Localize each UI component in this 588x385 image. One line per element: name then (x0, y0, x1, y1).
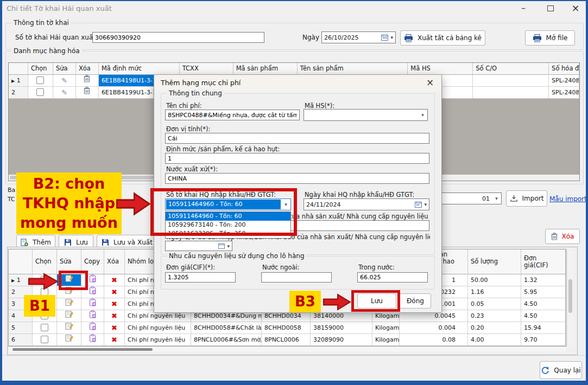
origin-input[interactable] (165, 173, 429, 184)
quantity-cell[interactable]: 0.23 (468, 310, 521, 322)
delete-cell[interactable]: ✖ (104, 322, 125, 334)
import-button[interactable]: Import (506, 190, 547, 207)
copy-icon[interactable] (89, 322, 96, 330)
norm-cell[interactable]: 0.08 (400, 334, 468, 346)
cost-code-cell[interactable]: 8PNCL0006 (262, 334, 311, 346)
invoice-number-cell[interactable]: SPL-2408 (549, 75, 579, 87)
copy-cell[interactable] (81, 322, 104, 334)
co-date-picker[interactable]: ▾ (165, 241, 232, 251)
co-number-cell[interactable] (473, 75, 549, 87)
cost-name-cell[interactable]: 8CHHD0058#&Chất là... (191, 322, 262, 334)
trash-icon[interactable] (84, 75, 90, 82)
co-number-cell[interactable] (473, 87, 549, 99)
back-button[interactable]: Quay lại (540, 361, 582, 379)
row-checkbox[interactable] (41, 324, 48, 331)
cost-table-row[interactable]: 6✖Chi phí nguyên liệu8PNCL0006#&Sơn mờ/.… (9, 334, 566, 346)
cif-price-cell[interactable]: 4.50 (521, 298, 566, 310)
dialog-close-icon[interactable]: × (424, 77, 436, 88)
edit-cell[interactable] (57, 334, 81, 346)
cost-table-row[interactable]: 5✖Chi phí nguyên liệu8CHHD0058#&Chất là.… (9, 322, 566, 334)
quantity-cell[interactable]: 1.16 (468, 286, 521, 298)
norm-input[interactable] (165, 153, 429, 164)
maximize-icon[interactable] (543, 2, 558, 14)
cif-price-cell[interactable]: 5.95 (521, 286, 566, 298)
export-all-button[interactable]: Xuất tất cả bảng kê (400, 30, 485, 46)
cif-price-cell[interactable]: 15.94 (521, 322, 566, 334)
copy-icon[interactable] (89, 334, 96, 342)
hs-code-cell[interactable]: 32089090 (311, 334, 372, 346)
delete-x-icon[interactable]: ✖ (111, 336, 117, 344)
close-icon[interactable]: × (568, 2, 583, 14)
edit-pencil-icon[interactable]: ✎ (61, 88, 67, 97)
declaration-date-picker[interactable]: 26/10/2025 ▾ (321, 31, 396, 43)
delete-cell[interactable]: ✖ (104, 334, 125, 346)
delete-x-icon[interactable]: ✖ (111, 312, 117, 320)
copy-cell[interactable] (81, 310, 104, 322)
open-file-button[interactable]: Mở file (525, 30, 575, 46)
quantity-cell[interactable]: 50.00 (468, 274, 521, 286)
invoice-number-cell[interactable]: SPL-2408 (549, 87, 579, 99)
minimize-icon[interactable]: – (516, 2, 531, 14)
foreign-input[interactable] (261, 272, 332, 283)
select-cell[interactable] (33, 334, 57, 346)
declaration-no-input[interactable] (92, 32, 264, 43)
trash-icon[interactable] (84, 87, 90, 94)
domestic-input[interactable] (357, 272, 428, 283)
cost-group-cell[interactable]: Chi phí nguyên liệu (125, 322, 191, 334)
delete-x-icon[interactable]: ✖ (111, 288, 117, 296)
dialog-close-button[interactable]: Đóng (400, 293, 431, 309)
select-cell[interactable] (28, 75, 53, 87)
delete-cell[interactable]: ✖ (104, 298, 125, 310)
hs-code-combo[interactable]: ▾ (304, 109, 428, 121)
delete-cell[interactable] (76, 87, 99, 99)
delete-button[interactable]: Xóa (545, 229, 580, 244)
hs-code-cell[interactable]: 38159000 (311, 322, 372, 334)
quantity-cell[interactable]: 4.00 (468, 334, 521, 346)
edit-cell[interactable] (57, 298, 81, 310)
edit-icon[interactable] (65, 335, 73, 342)
row-checkbox[interactable] (41, 336, 48, 343)
scrollbar-thumb[interactable] (12, 348, 153, 351)
cost-name-input[interactable] (165, 110, 300, 120)
cif-price-input[interactable] (165, 272, 236, 283)
copy-icon[interactable] (89, 274, 96, 283)
import-template-link[interactable]: Mẫu import (549, 195, 587, 203)
unit-cell[interactable]: Kilogam (372, 322, 400, 334)
delete-cell[interactable]: ✖ (104, 310, 125, 322)
unit-cell[interactable]: Kilogam (372, 334, 400, 346)
edit-icon[interactable] (65, 323, 73, 330)
row-checkbox[interactable] (36, 76, 44, 84)
import-date-picker[interactable]: 24/11/2024 ▾ (304, 198, 429, 210)
quantity-cell[interactable]: 0.05 (468, 298, 521, 310)
norm-cell[interactable]: 0.004 (400, 322, 468, 334)
edit-cell[interactable]: ✎ (53, 87, 76, 99)
delete-x-icon[interactable]: ✖ (111, 276, 117, 284)
copy-icon[interactable] (89, 298, 96, 306)
edit-cell[interactable] (57, 310, 81, 322)
delete-cell[interactable]: ✖ (104, 274, 125, 286)
cost-vscrollbar[interactable] (567, 250, 573, 346)
edit-icon[interactable] (65, 299, 73, 306)
cost-name-cell[interactable]: 8PNCL0006#&Sơn mờ/... (191, 334, 262, 346)
row-checkbox[interactable] (36, 88, 44, 96)
cost-hscrollbar[interactable] (9, 347, 566, 352)
edit-cell[interactable]: ✎ (53, 75, 76, 87)
copy-icon[interactable] (89, 286, 96, 294)
edit-cell[interactable] (57, 322, 81, 334)
copy-icon[interactable] (89, 310, 96, 318)
delete-x-icon[interactable]: ✖ (111, 300, 117, 308)
cif-price-cell[interactable]: 9.70 (521, 334, 566, 346)
unit-input[interactable] (165, 133, 429, 144)
delete-x-icon[interactable]: ✖ (111, 324, 117, 332)
edit-icon[interactable] (65, 311, 73, 318)
quantity-cell[interactable]: 0.20 (468, 322, 521, 334)
cost-group-cell[interactable]: Chi phí nguyên liệu (125, 334, 191, 346)
copy-cell[interactable] (81, 334, 104, 346)
cif-price-cell[interactable]: 4.50 (521, 310, 566, 322)
copy-cell[interactable] (81, 298, 104, 310)
select-cell[interactable] (33, 322, 57, 334)
select-cell[interactable] (28, 87, 53, 99)
cost-code-cell[interactable]: 8CHHD0058 (262, 322, 311, 334)
cif-price-cell[interactable]: 1.32 (521, 274, 566, 286)
delete-cell[interactable] (76, 75, 99, 87)
